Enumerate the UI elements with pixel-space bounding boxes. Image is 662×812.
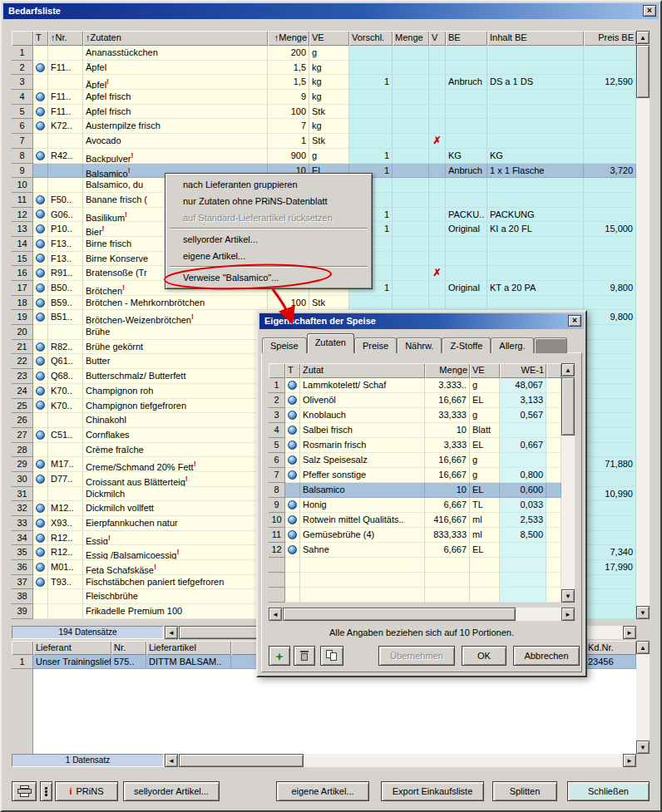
- scroll-left-icon[interactable]: ◄: [165, 754, 178, 767]
- menu-item[interactable]: nach Lieferanten gruppieren: [168, 176, 369, 193]
- tab-speise[interactable]: Speise: [262, 337, 307, 353]
- scroll-left-icon[interactable]: ◄: [269, 608, 282, 621]
- table-row[interactable]: 8Balsamico10EL0,600: [269, 483, 561, 498]
- tab-naehrw[interactable]: Nährw.: [397, 337, 442, 353]
- column-header[interactable]: [546, 363, 561, 378]
- tab-allerg[interactable]: Allerg.: [491, 337, 533, 353]
- menu-item[interactable]: eigene Artikel...: [168, 248, 369, 264]
- print-button[interactable]: [12, 781, 37, 801]
- table-row[interactable]: 3Äpfel!1,5kg1AnbruchDS a 1 DS12,590: [12, 75, 636, 90]
- scroll-up-icon[interactable]: ▲: [636, 31, 650, 44]
- tab-stub[interactable]: [534, 337, 567, 353]
- column-header[interactable]: Zutat: [300, 363, 425, 378]
- table-row[interactable]: 10Rotwein mittel Qualitäts..416,667ml2,5…: [269, 513, 561, 528]
- table-row[interactable]: 18B59..Brötchen - Mehrkornbrötchen100Stk: [12, 296, 636, 311]
- scrollbar-thumb[interactable]: [283, 608, 516, 621]
- scroll-up-icon[interactable]: ▲: [561, 363, 575, 376]
- main-vertical-scrollbar[interactable]: ▲ ▼: [636, 31, 650, 619]
- table-row[interactable]: 12Sahne6,667EL: [269, 543, 561, 558]
- menu-item[interactable]: sellyorder Artikel...: [168, 231, 369, 248]
- column-header[interactable]: Kd.Nr.: [585, 641, 636, 655]
- table-row[interactable]: 9Honig6,667TL0,033: [269, 498, 561, 513]
- table-row[interactable]: 11Gemüsebrühe (4)833,333ml8,500: [269, 528, 561, 543]
- more-options-button[interactable]: [40, 781, 52, 801]
- add-ingredient-button[interactable]: +: [269, 646, 290, 666]
- column-header[interactable]: VE: [309, 31, 349, 46]
- table-row[interactable]: 6K72..Austernpilze frisch7kg: [12, 119, 636, 134]
- column-header[interactable]: Preis BE: [584, 31, 636, 46]
- supplier-horizontal-scrollbar[interactable]: ◄ ►: [165, 754, 636, 767]
- column-header[interactable]: ↑Nr.: [48, 31, 83, 46]
- close-button[interactable]: ×: [643, 5, 656, 17]
- scroll-left-icon[interactable]: ◄: [165, 626, 178, 639]
- sellyorder-artikel-button[interactable]: sellyorder Artikel...: [123, 781, 220, 801]
- preis-be-cell: [584, 61, 636, 76]
- tab-zutaten[interactable]: Zutaten: [307, 333, 354, 353]
- scroll-right-icon[interactable]: ►: [561, 608, 575, 621]
- supplier-vertical-scrollbar[interactable]: ▲ ▼: [636, 641, 650, 754]
- table-row[interactable]: 1Lammkotelett/ Schaf3.333..g48,067: [269, 378, 561, 393]
- table-row[interactable]: 7Pfeffer sonstige16,667g0,800: [269, 468, 561, 483]
- table-row[interactable]: 2F11..Äpfel1,5kg: [12, 61, 636, 76]
- column-header[interactable]: Lieferant: [33, 641, 111, 655]
- ok-button[interactable]: OK: [462, 646, 506, 666]
- table-row[interactable]: 5F11..Apfel frisch100Stk: [12, 105, 636, 120]
- export-einkaufsliste-button[interactable]: Export Einkaufsliste: [381, 781, 484, 801]
- column-header[interactable]: T: [33, 31, 48, 46]
- table-row[interactable]: 1Ananasstückchen200g: [12, 46, 636, 61]
- dialog-close-button[interactable]: ×: [568, 315, 581, 327]
- ve-cell: g: [470, 408, 500, 423]
- column-header[interactable]: Inhalt BE: [487, 31, 584, 46]
- scrollbar-thumb[interactable]: [636, 45, 650, 98]
- ingredients-table-header: T↑Nr.↑Zutaten↑MengeVEVorschl.MengeVBEInh…: [12, 31, 636, 46]
- scrollbar-thumb[interactable]: [561, 377, 575, 436]
- row-number: 39: [12, 604, 33, 619]
- scroll-down-icon[interactable]: ▼: [636, 606, 650, 619]
- column-header[interactable]: Menge: [425, 363, 470, 378]
- table-row[interactable]: 7Avocado1Stk✗: [12, 134, 636, 149]
- abbrechen-button[interactable]: Abbrechen: [513, 646, 580, 666]
- column-header[interactable]: VE: [470, 363, 500, 378]
- row-number: 4: [269, 423, 285, 438]
- splitten-button[interactable]: Splitten: [492, 781, 557, 801]
- scroll-right-icon[interactable]: ►: [623, 626, 636, 639]
- dialog-horizontal-scrollbar[interactable]: ◄ ►: [269, 608, 575, 621]
- column-header[interactable]: Nr.: [111, 641, 146, 655]
- table-row[interactable]: 4F11..Apfel frisch9kg: [12, 90, 636, 105]
- table-row[interactable]: 3Knoblauch33,333g0,567: [269, 408, 561, 423]
- delete-ingredient-button[interactable]: [294, 646, 315, 666]
- table-row[interactable]: 4Salbei frisch10Blatt: [269, 423, 561, 438]
- menu-item[interactable]: nur Zutaten ohne PRiNS-Datenblatt: [168, 193, 369, 209]
- tab-preise[interactable]: Preise: [354, 337, 397, 353]
- column-header[interactable]: Vorschl.: [349, 31, 393, 46]
- column-header[interactable]: T: [285, 363, 300, 378]
- scroll-up-icon[interactable]: ▲: [636, 641, 650, 654]
- scrollbar-thumb[interactable]: [179, 754, 304, 767]
- row-number: 17: [12, 281, 33, 296]
- button-label: Übernehmen: [390, 651, 443, 661]
- table-row[interactable]: 6Salz Speisesalz16,667g: [269, 453, 561, 468]
- column-header[interactable]: BE: [446, 31, 487, 46]
- dialog-titlebar[interactable]: Eigenschaften der Speise: [259, 313, 584, 329]
- table-row[interactable]: 2Olivenöl16,667EL3,133: [269, 393, 561, 408]
- copy-ingredient-button[interactable]: [320, 646, 343, 666]
- prins-button[interactable]: i PRiNS: [55, 781, 118, 801]
- scroll-right-icon[interactable]: ►: [623, 754, 636, 767]
- eigene-artikel-button[interactable]: eigene Artikel...: [276, 781, 369, 801]
- column-header[interactable]: Lieferartikel: [146, 641, 231, 655]
- tab-zstoffe[interactable]: Z-Stoffe: [442, 337, 491, 353]
- table-row[interactable]: 8R42..Backpulver!900g1KGKG: [12, 149, 636, 164]
- scroll-down-icon[interactable]: ▼: [636, 741, 650, 754]
- column-header[interactable]: ↑Zutaten: [83, 31, 268, 46]
- type-cell: [33, 208, 48, 223]
- menu-item[interactable]: Verweise "Balsamico"...: [168, 269, 369, 286]
- column-header[interactable]: V: [429, 31, 446, 46]
- schliessen-button[interactable]: Schließen: [567, 781, 650, 801]
- table-row[interactable]: 5Rosmarin frisch3,333EL0,667: [269, 438, 561, 453]
- column-header[interactable]: ↑Menge: [268, 31, 309, 46]
- scroll-down-icon[interactable]: ▼: [561, 589, 575, 603]
- window-titlebar[interactable]: Bedarfsliste: [3, 3, 659, 19]
- dialog-vertical-scrollbar[interactable]: ▲ ▼: [561, 363, 575, 603]
- column-header[interactable]: WE-1: [500, 363, 546, 378]
- column-header[interactable]: Menge: [393, 31, 429, 46]
